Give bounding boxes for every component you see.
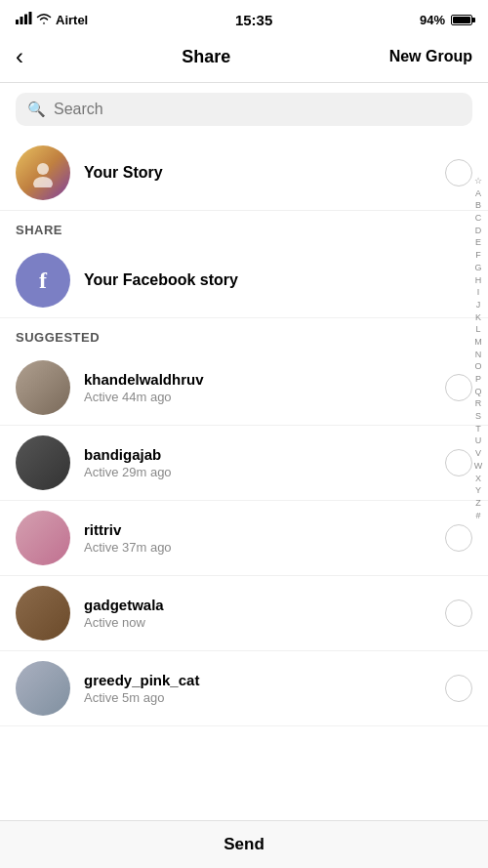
facebook-story-row[interactable]: f Your Facebook story bbox=[0, 243, 488, 318]
your-story-avatar bbox=[16, 145, 70, 200]
contact-select[interactable] bbox=[445, 599, 472, 627]
alpha-letter[interactable]: Z bbox=[472, 498, 484, 510]
alpha-letter[interactable]: I bbox=[472, 287, 484, 299]
alpha-letter[interactable]: M bbox=[472, 337, 484, 349]
svg-point-4 bbox=[37, 163, 49, 175]
contact-status: Active 5m ago bbox=[84, 690, 445, 705]
contact-status: Active 29m ago bbox=[84, 465, 445, 479]
your-story-select[interactable] bbox=[445, 159, 472, 186]
alpha-letter[interactable]: V bbox=[472, 448, 484, 460]
facebook-avatar: f bbox=[16, 253, 70, 308]
contact-row[interactable]: greedy_pink_cat Active 5m ago bbox=[0, 651, 488, 726]
svg-point-5 bbox=[33, 177, 53, 187]
status-bar: Airtel 15:35 94% bbox=[0, 0, 488, 35]
svg-rect-1 bbox=[20, 17, 23, 24]
alpha-letter[interactable]: ☆ bbox=[472, 176, 484, 187]
alpha-letter[interactable]: T bbox=[472, 424, 484, 435]
svg-rect-3 bbox=[29, 12, 32, 24]
nav-bar: ‹ Share New Group bbox=[0, 35, 488, 83]
contact-info: greedy_pink_cat Active 5m ago bbox=[84, 672, 445, 705]
contact-select[interactable] bbox=[445, 374, 472, 401]
search-input[interactable] bbox=[54, 101, 461, 118]
contact-avatar bbox=[16, 661, 70, 716]
contact-info: khandelwaldhruv Active 44m ago bbox=[84, 371, 445, 404]
contact-select[interactable] bbox=[445, 524, 472, 552]
status-battery: 94% bbox=[420, 13, 472, 27]
contact-status: Active 44m ago bbox=[84, 390, 445, 404]
contact-username: greedy_pink_cat bbox=[84, 672, 445, 688]
contact-row[interactable]: bandigajab Active 29m ago bbox=[0, 426, 488, 501]
contact-select[interactable] bbox=[445, 449, 472, 476]
search-icon: 🔍 bbox=[27, 101, 46, 118]
send-bar: Send bbox=[0, 820, 488, 868]
battery-icon bbox=[451, 15, 472, 25]
contact-info: bandigajab Active 29m ago bbox=[84, 446, 445, 479]
svg-rect-0 bbox=[16, 20, 19, 24]
alpha-letter[interactable]: E bbox=[472, 237, 484, 249]
battery-fill bbox=[453, 17, 470, 23]
contact-status: Active now bbox=[84, 615, 445, 630]
contact-info: rittriv Active 37m ago bbox=[84, 521, 445, 555]
back-button[interactable]: ‹ bbox=[16, 43, 23, 70]
alpha-letter[interactable]: K bbox=[472, 312, 484, 324]
page-title: Share bbox=[182, 47, 230, 67]
alpha-letter[interactable]: P bbox=[472, 374, 484, 386]
contact-row[interactable]: khandelwaldhruv Active 44m ago bbox=[0, 351, 488, 426]
facebook-icon: f bbox=[39, 268, 47, 294]
alpha-letter[interactable]: J bbox=[472, 300, 484, 311]
alpha-index: ☆ABCDEFGHIJKLMNOPQRSTUVWXYZ# bbox=[472, 176, 484, 521]
your-story-row[interactable]: Your Story bbox=[0, 136, 488, 211]
contact-row[interactable]: gadgetwala Active now bbox=[0, 576, 488, 651]
alpha-letter[interactable]: U bbox=[472, 435, 484, 447]
alpha-letter[interactable]: # bbox=[472, 511, 484, 522]
send-button[interactable]: Send bbox=[204, 831, 284, 858]
contact-avatar bbox=[16, 511, 70, 565]
status-carrier-signal: Airtel bbox=[16, 12, 88, 27]
alpha-letter[interactable]: C bbox=[472, 213, 484, 225]
alpha-letter[interactable]: B bbox=[472, 200, 484, 212]
your-story-label: Your Story bbox=[84, 164, 445, 182]
contact-username: rittriv bbox=[84, 521, 445, 538]
alpha-letter[interactable]: D bbox=[472, 226, 484, 237]
alpha-letter[interactable]: F bbox=[472, 250, 484, 262]
contact-username: khandelwaldhruv bbox=[84, 371, 445, 388]
contacts-list: khandelwaldhruv Active 44m ago bandigaja… bbox=[0, 351, 488, 726]
alpha-letter[interactable]: R bbox=[472, 398, 484, 410]
contact-avatar bbox=[16, 586, 70, 641]
contact-select[interactable] bbox=[445, 675, 472, 702]
alpha-letter[interactable]: Q bbox=[472, 387, 484, 398]
new-group-button[interactable]: New Group bbox=[389, 48, 472, 65]
battery-percent: 94% bbox=[420, 13, 445, 27]
alpha-letter[interactable]: L bbox=[472, 324, 484, 336]
search-bar: 🔍 bbox=[16, 93, 472, 126]
suggested-section-header: SUGGESTED bbox=[0, 318, 488, 351]
wifi-icon bbox=[36, 13, 52, 27]
svg-rect-2 bbox=[24, 15, 27, 25]
alpha-letter[interactable]: H bbox=[472, 275, 484, 287]
alpha-letter[interactable]: S bbox=[472, 411, 484, 423]
alpha-letter[interactable]: X bbox=[472, 474, 484, 485]
share-section-header: SHARE bbox=[0, 211, 488, 243]
contact-avatar bbox=[16, 435, 70, 490]
contact-username: gadgetwala bbox=[84, 597, 445, 613]
status-time: 15:35 bbox=[235, 12, 272, 28]
alpha-letter[interactable]: Y bbox=[472, 485, 484, 497]
contact-status: Active 37m ago bbox=[84, 540, 445, 555]
contact-avatar bbox=[16, 360, 70, 415]
contact-username: bandigajab bbox=[84, 446, 445, 463]
alpha-letter[interactable]: A bbox=[472, 188, 484, 200]
search-container: 🔍 bbox=[0, 83, 488, 136]
alpha-letter[interactable]: N bbox=[472, 350, 484, 361]
facebook-story-label: Your Facebook story bbox=[84, 271, 472, 289]
carrier-name: Airtel bbox=[56, 13, 88, 27]
contact-info: gadgetwala Active now bbox=[84, 597, 445, 630]
signal-bars bbox=[16, 12, 32, 27]
contact-row[interactable]: rittriv Active 37m ago bbox=[0, 501, 488, 576]
alpha-letter[interactable]: G bbox=[472, 263, 484, 274]
alpha-letter[interactable]: W bbox=[472, 461, 484, 473]
alpha-letter[interactable]: O bbox=[472, 361, 484, 373]
